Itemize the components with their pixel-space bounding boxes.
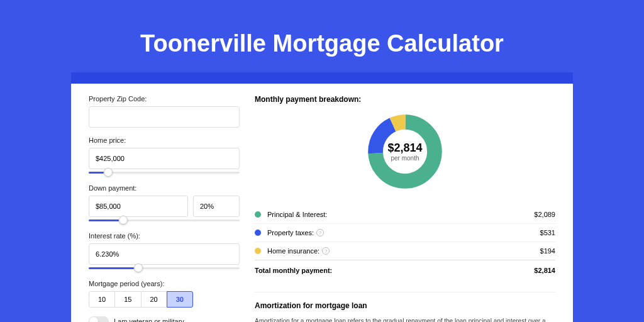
legend-row-blue: Property taxes:?$531	[255, 224, 555, 242]
amortization-text: Amortization for a mortgage loan refers …	[255, 316, 555, 322]
veteran-label: I am veteran or military	[114, 318, 184, 322]
down-payment-pct-input[interactable]	[193, 196, 240, 217]
home-price-label: Home price:	[89, 136, 240, 144]
period-label: Mortgage period (years):	[89, 280, 240, 287]
period-15[interactable]: 15	[114, 291, 141, 308]
down-payment-label: Down payment:	[89, 184, 240, 192]
form-panel: Property Zip Code: Home price: Down paym…	[89, 95, 240, 322]
rate-label: Interest rate (%):	[89, 232, 240, 240]
zip-label: Property Zip Code:	[89, 95, 240, 103]
swatch-yellow-icon	[255, 248, 261, 254]
donut-chart: $2,814 per month	[255, 113, 555, 191]
card-outer: Property Zip Code: Home price: Down paym…	[71, 72, 573, 322]
total-value: $2,814	[534, 267, 555, 274]
breakdown-panel: Monthly payment breakdown: $2,814 per mo…	[255, 95, 555, 322]
home-price-input[interactable]	[89, 148, 240, 169]
legend-value: $531	[540, 229, 555, 236]
period-30[interactable]: 30	[167, 291, 193, 308]
amortization-title: Amortization for mortgage loan	[255, 292, 555, 316]
legend-value: $194	[540, 247, 555, 255]
legend-row-yellow: Home insurance:?$194	[255, 242, 555, 260]
home-price-group: Home price:	[89, 136, 240, 175]
calculator-card: Property Zip Code: Home price: Down paym…	[71, 84, 573, 322]
swatch-blue-icon	[255, 230, 261, 236]
period-selector: 10152030	[89, 291, 240, 308]
total-row: Total monthly payment: $2,814	[255, 260, 555, 280]
help-icon[interactable]: ?	[322, 247, 330, 255]
slider-thumb-icon[interactable]	[104, 168, 113, 177]
swatch-green-icon	[255, 211, 261, 218]
slider-thumb-icon[interactable]	[134, 264, 143, 272]
legend-label: Home insurance:	[267, 247, 319, 255]
legend-value: $2,089	[534, 211, 555, 218]
period-group: Mortgage period (years): 10152030	[89, 280, 240, 308]
page-title: Toonerville Mortgage Calculator	[0, 0, 644, 72]
down-payment-group: Down payment:	[89, 184, 240, 223]
rate-input[interactable]	[89, 243, 240, 265]
slider-thumb-icon[interactable]	[119, 216, 128, 225]
amortization-section: Amortization for mortgage loan Amortizat…	[255, 292, 555, 322]
home-price-slider[interactable]	[89, 170, 240, 175]
period-20[interactable]: 20	[141, 291, 167, 308]
donut-center: $2,814 per month	[366, 113, 444, 191]
veteran-row: I am veteran or military	[89, 316, 240, 322]
rate-slider[interactable]	[89, 266, 240, 271]
breakdown-title: Monthly payment breakdown:	[255, 95, 555, 104]
donut-amount: $2,814	[387, 142, 422, 155]
help-icon[interactable]: ?	[316, 229, 324, 236]
rate-group: Interest rate (%):	[89, 232, 240, 271]
zip-group: Property Zip Code:	[89, 95, 240, 128]
legend-label: Principal & Interest:	[267, 211, 327, 218]
legend-row-green: Principal & Interest:$2,089	[255, 206, 555, 224]
donut-sub: per month	[391, 155, 419, 162]
down-payment-input[interactable]	[89, 196, 188, 217]
period-10[interactable]: 10	[89, 291, 115, 308]
total-label: Total monthly payment:	[255, 267, 332, 274]
zip-input[interactable]	[89, 106, 240, 128]
veteran-toggle[interactable]	[89, 316, 109, 322]
down-payment-slider[interactable]	[89, 218, 240, 223]
legend-label: Property taxes:	[267, 229, 314, 236]
